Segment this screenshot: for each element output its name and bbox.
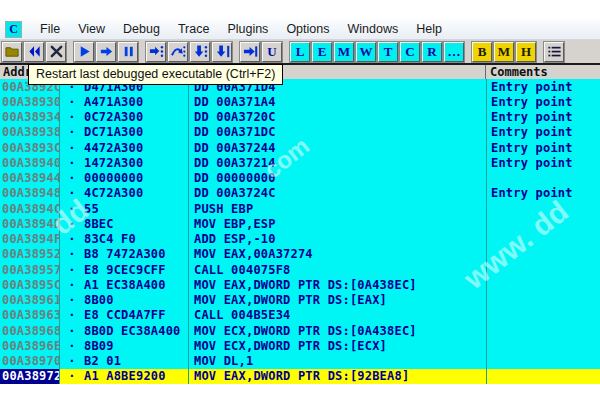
row-address: 00A38972 (0, 369, 59, 384)
row-address: 00A38944 (0, 171, 59, 186)
executables-window-button[interactable]: E (312, 42, 332, 62)
row-command: DD 00000000 (188, 171, 486, 186)
references-window-button[interactable]: R (422, 42, 442, 62)
disassembly-row[interactable]: 00A38930 · A471A300 DD 00A371A4 Entry po… (0, 94, 600, 109)
disassembly-row[interactable]: 00A38948 · 4C72A300 DD 00A3724C Entry po… (0, 186, 600, 201)
row-bullet: · (66, 202, 78, 216)
menu-windows[interactable]: Windows (338, 20, 407, 38)
disassembly-row[interactable]: 00A3896E · 8B09 MOV ECX,DWORD PTR DS:[EC… (0, 338, 600, 353)
row-comment (486, 323, 600, 338)
disassembly-row[interactable]: 00A3894C · 55 PUSH EBP (0, 201, 600, 216)
row-command: DD 00A371A4 (188, 94, 486, 109)
menu-options[interactable]: Options (277, 20, 338, 38)
row-address: 00A38952 (0, 247, 59, 262)
row-bullet: · (66, 232, 78, 246)
disassembly-row[interactable]: 00A38970 · B2 01 MOV DL,1 (0, 354, 600, 369)
windows-window-button[interactable]: W (356, 42, 376, 62)
run-to-user-code-button[interactable]: U (262, 42, 282, 62)
row-bullet: · (66, 369, 78, 383)
row-command: MOV ECX,DWORD PTR DS:[0A438EC] (188, 323, 486, 338)
step-into-icon (149, 44, 164, 59)
hardware-bp-window-label: H (521, 44, 531, 60)
cpu-window-button[interactable]: C (400, 42, 420, 62)
run-to-return-button[interactable] (240, 42, 260, 62)
trace-over-button[interactable] (212, 42, 232, 62)
row-command: PUSH EBP (188, 201, 486, 216)
row-comment (486, 369, 600, 384)
row-hex-dump: · A1 A8BE9200 (59, 369, 188, 384)
menu-help[interactable]: Help (407, 20, 451, 38)
menu-debug[interactable]: Debug (114, 20, 169, 38)
row-bullet: · (66, 186, 78, 200)
disassembly-row[interactable]: 00A3893C · 4472A300 DD 00A37244 Entry po… (0, 140, 600, 155)
step-into-button[interactable] (146, 42, 166, 62)
disassembly-row[interactable]: 00A38961 · 8B00 MOV EAX,DWORD PTR DS:[EA… (0, 293, 600, 308)
windows-list-button[interactable] (544, 42, 564, 62)
menu-trace[interactable]: Trace (169, 20, 219, 38)
disassembly-row[interactable]: 00A3894F · 83C4 F0 ADD ESP,-10 (0, 232, 600, 247)
row-bullet: · (66, 125, 78, 139)
row-command: MOV EAX,DWORD PTR DS:[EAX] (188, 293, 486, 308)
row-address: 00A3894F (0, 232, 59, 247)
log-window-button[interactable]: L (290, 42, 310, 62)
row-bullet: · (66, 156, 78, 170)
row-hex-text: 4472A300 (84, 141, 143, 155)
executables-window-label: E (318, 44, 327, 60)
disassembly-row[interactable]: 00A38972 · A1 A8BE9200 MOV EAX,DWORD PTR… (0, 369, 600, 384)
menu-file[interactable]: File (31, 20, 69, 38)
more-windows-button[interactable]: … (444, 42, 464, 62)
disassembly-row[interactable]: 00A3894D · 8BEC MOV EBP,ESP (0, 216, 600, 231)
row-command: MOV EAX,00A37274 (188, 247, 486, 262)
memory-bp-window-button[interactable]: M (494, 42, 514, 62)
row-comment: Entry point (486, 155, 600, 170)
row-hex-text: A1 A8BE9200 (84, 369, 166, 383)
row-address: 00A38957 (0, 262, 59, 277)
row-address: 00A3896E (0, 338, 59, 353)
row-address: 00A38948 (0, 186, 59, 201)
row-hex-dump: · 55 (59, 201, 188, 216)
cpu-window-label: C (405, 44, 414, 60)
pause-button[interactable] (118, 42, 138, 62)
cpu-window-icon[interactable]: C (5, 21, 22, 38)
disassembly-row[interactable]: 00A38934 · 0C72A300 DD 00A3720C Entry po… (0, 110, 600, 125)
menu-plugins[interactable]: Plugins (218, 20, 277, 38)
toolbar-run-group (74, 42, 138, 62)
row-bullet: · (66, 293, 78, 307)
disassembly-row[interactable]: 00A38938 · DC71A300 DD 00A371DC Entry po… (0, 125, 600, 140)
row-bullet: · (66, 247, 78, 261)
open-file-button[interactable] (2, 42, 22, 62)
run-thread-button[interactable] (96, 42, 116, 62)
row-hex-text: E8 9CEC9CFF (84, 263, 166, 277)
row-bullet: · (66, 141, 78, 155)
row-comment (486, 308, 600, 323)
run-button[interactable] (74, 42, 94, 62)
menu-view[interactable]: View (69, 20, 114, 38)
step-over-button[interactable] (168, 42, 188, 62)
row-hex-dump: · 8B0D EC38A400 (59, 323, 188, 338)
row-hex-dump: · 4C72A300 (59, 186, 188, 201)
disassembly-row[interactable]: 00A38957 · E8 9CEC9CFF CALL 004075F8 (0, 262, 600, 277)
disassembly-row[interactable]: 00A38963 · E8 CCD4A7FF CALL 004B5E34 (0, 308, 600, 323)
row-comment (486, 216, 600, 231)
disassembly-row[interactable]: 00A3895C · A1 EC38A400 MOV EAX,DWORD PTR… (0, 277, 600, 292)
restart-button[interactable] (24, 42, 44, 62)
hardware-bp-window-button[interactable]: H (516, 42, 536, 62)
disassembly-row[interactable]: 00A38952 · B8 7472A300 MOV EAX,00A37274 (0, 247, 600, 262)
close-button[interactable] (46, 42, 66, 62)
row-bullet: · (66, 263, 78, 277)
threads-window-button[interactable]: T (378, 42, 398, 62)
row-address: 00A3894D (0, 216, 59, 231)
memory-window-button[interactable]: M (334, 42, 354, 62)
disassembly-row[interactable]: 00A38940 · 1472A300 DD 00A37214 Entry po… (0, 155, 600, 170)
row-hex-dump: · E8 CCD4A7FF (59, 308, 188, 323)
row-command: DD 00A37214 (188, 155, 486, 170)
row-comment (486, 354, 600, 369)
row-hex-text: A1 EC38A400 (84, 278, 166, 292)
row-comment: Entry point (486, 79, 600, 94)
disassembly-row[interactable]: 00A38944 · 00000000 DD 00000000 (0, 171, 600, 186)
trace-into-button[interactable] (190, 42, 210, 62)
row-hex-text: 83C4 F0 (84, 232, 136, 246)
disassembly-row[interactable]: 00A38968 · 8B0D EC38A400 MOV ECX,DWORD P… (0, 323, 600, 338)
windows-window-label: W (360, 44, 373, 60)
breakpoints-window-button[interactable]: B (472, 42, 492, 62)
